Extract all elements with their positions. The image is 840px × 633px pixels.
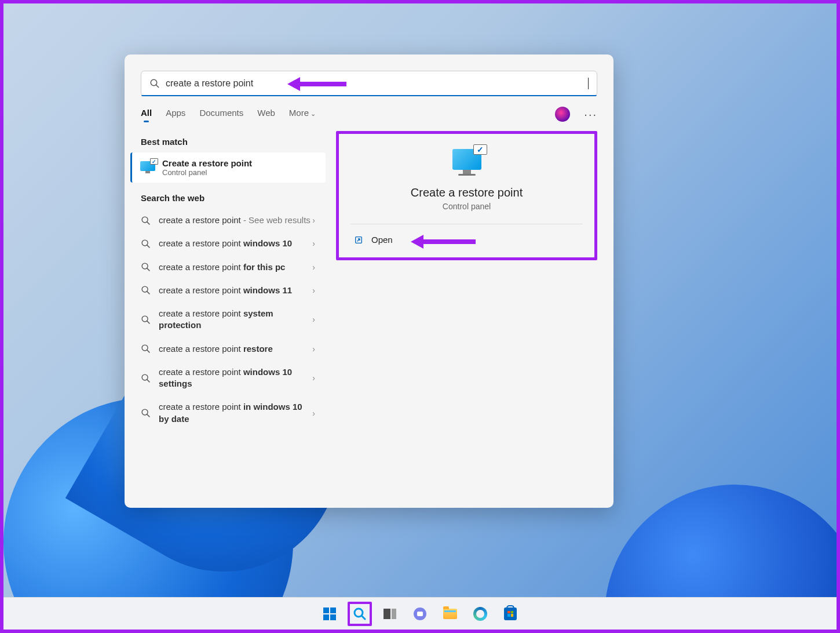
tab-all[interactable]: All [141, 108, 152, 121]
open-button[interactable]: Open [347, 224, 586, 257]
tab-web[interactable]: Web [257, 108, 275, 121]
annotation-arrow-search [287, 77, 346, 91]
text-cursor [588, 78, 589, 89]
preview-subtitle: Control panel [347, 202, 586, 211]
web-result-text: create a restore point in windows 10 by … [159, 401, 312, 425]
web-result-text: create a restore point system protection [159, 308, 312, 332]
svg-line-20 [361, 616, 365, 619]
edge-button[interactable] [468, 602, 492, 626]
preview-column: ✓ Create a restore point Control panel O… [330, 131, 613, 508]
tab-apps[interactable]: Apps [166, 108, 185, 121]
chevron-right-icon: › [312, 239, 315, 248]
section-best-match: Best match [130, 131, 330, 152]
taskbar-search-button[interactable] [348, 602, 372, 626]
preview-title: Create a restore point [347, 186, 586, 199]
web-result-item[interactable]: create a restore point system protection… [130, 302, 326, 337]
chevron-right-icon: › [312, 286, 315, 295]
search-icon [141, 262, 151, 272]
search-input[interactable] [166, 78, 588, 89]
chevron-right-icon: › [312, 263, 315, 272]
best-match-subtitle: Control panel [162, 168, 252, 177]
search-icon [141, 344, 151, 354]
preview-highlight-box: ✓ Create a restore point Control panel O… [336, 131, 597, 260]
taskbar [3, 597, 837, 630]
svg-line-9 [147, 292, 149, 294]
web-result-item[interactable]: create a restore point in windows 10 by … [130, 395, 326, 431]
chevron-right-icon: › [312, 409, 315, 418]
search-icon [141, 315, 151, 325]
web-result-text: create a restore point for this pc [159, 261, 285, 273]
search-icon [353, 607, 367, 621]
chevron-right-icon: › [312, 373, 315, 383]
section-search-web: Search the web [130, 187, 330, 209]
best-match-title: Create a restore point [162, 158, 252, 168]
web-result-text: create a restore point - See web results [159, 214, 311, 226]
search-icon [141, 408, 151, 418]
web-result-text: create a restore point windows 11 [159, 285, 292, 296]
windows-logo-icon [323, 607, 336, 620]
svg-line-7 [147, 268, 149, 271]
search-icon [141, 216, 151, 225]
web-result-text: create a restore point windows 10 settin… [159, 366, 312, 390]
chevron-down-icon: ⌄ [311, 110, 316, 117]
search-icon [141, 239, 151, 249]
chevron-right-icon: › [312, 344, 315, 354]
chat-button[interactable] [408, 602, 432, 626]
svg-line-11 [147, 321, 149, 323]
svg-line-5 [147, 245, 149, 248]
svg-line-13 [147, 350, 149, 352]
svg-line-1 [156, 85, 159, 88]
chevron-right-icon: › [312, 216, 315, 225]
search-filter-tabs: All Apps Documents Web More⌄ ··· [125, 96, 613, 131]
search-icon [149, 78, 160, 89]
web-result-item[interactable]: create a restore point windows 11 › [130, 279, 326, 302]
file-explorer-button[interactable] [438, 602, 462, 626]
web-result-item[interactable]: create a restore point - See web results… [130, 209, 326, 232]
web-result-item[interactable]: create a restore point windows 10 settin… [130, 361, 326, 396]
web-result-text: create a restore point windows 10 [159, 238, 292, 249]
screenshot-frame: All Apps Documents Web More⌄ ··· Best ma… [0, 0, 840, 633]
chevron-right-icon: › [312, 315, 315, 324]
svg-line-15 [147, 379, 149, 381]
user-avatar[interactable] [555, 107, 570, 122]
system-properties-icon: ✓ [140, 161, 155, 174]
svg-line-3 [147, 221, 149, 224]
store-button[interactable] [498, 602, 523, 626]
search-panel: All Apps Documents Web More⌄ ··· Best ma… [125, 54, 613, 508]
task-view-icon [384, 609, 396, 619]
open-external-icon [354, 235, 363, 245]
results-column: Best match ✓ Create a restore point Cont… [125, 131, 330, 508]
task-view-button[interactable] [378, 602, 402, 626]
svg-line-17 [147, 414, 149, 417]
web-result-item[interactable]: create a restore point restore › [130, 337, 326, 361]
tab-more[interactable]: More⌄ [289, 108, 316, 121]
more-options-button[interactable]: ··· [584, 108, 597, 121]
annotation-arrow-open [411, 235, 476, 249]
search-box[interactable] [141, 71, 597, 96]
start-button[interactable] [317, 602, 342, 626]
search-icon [141, 373, 151, 383]
web-result-item[interactable]: create a restore point for this pc › [130, 256, 326, 279]
edge-icon [473, 607, 487, 621]
open-label: Open [371, 235, 393, 245]
web-result-item[interactable]: create a restore point windows 10 › [130, 232, 326, 255]
best-match-result[interactable]: ✓ Create a restore point Control panel [130, 152, 326, 183]
chat-icon [414, 607, 426, 620]
web-result-text: create a restore point restore [159, 343, 273, 355]
search-icon [141, 285, 151, 295]
tab-documents[interactable]: Documents [199, 108, 243, 121]
store-icon [504, 607, 517, 620]
system-properties-icon-large: ✓ [452, 149, 481, 176]
folder-icon [443, 609, 457, 619]
